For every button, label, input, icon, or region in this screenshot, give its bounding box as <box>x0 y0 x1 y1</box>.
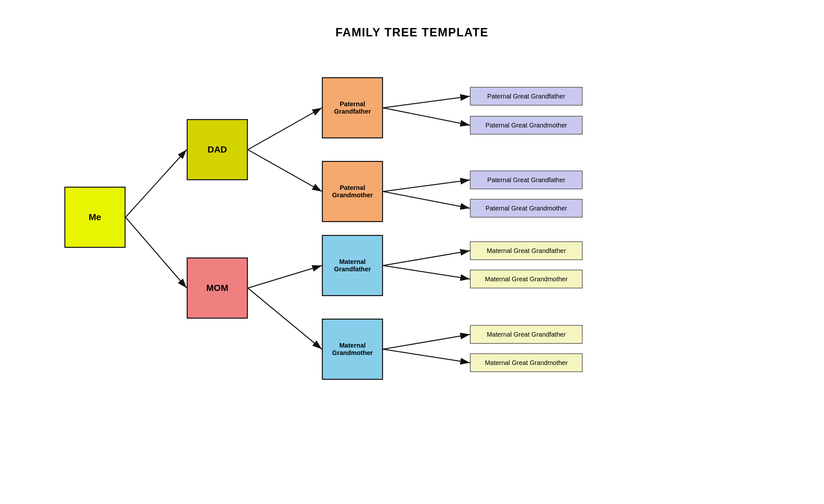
node-paternal-grandfather[interactable]: Paternal Grandfather <box>322 77 383 138</box>
svg-line-2 <box>125 217 187 288</box>
connector-layer <box>0 48 824 499</box>
svg-line-5 <box>248 266 322 288</box>
svg-line-3 <box>248 108 322 149</box>
svg-line-1 <box>125 149 187 217</box>
svg-line-4 <box>248 149 322 192</box>
svg-line-10 <box>383 192 470 208</box>
great-node-mgf-father[interactable]: Maternal Great Grandfather <box>470 241 583 260</box>
svg-line-13 <box>383 334 470 349</box>
svg-line-9 <box>383 180 470 192</box>
great-node-pgf-mother[interactable]: Paternal Great Grandmother <box>470 116 583 134</box>
svg-line-12 <box>383 266 470 279</box>
tree-container: Me DAD MOM Paternal Grandfather Paternal… <box>0 48 824 499</box>
node-dad[interactable]: DAD <box>187 119 248 180</box>
great-node-mgf-mother[interactable]: Maternal Great Grandmother <box>470 270 583 288</box>
svg-line-7 <box>383 96 470 108</box>
great-node-mgm-mother[interactable]: Maternal Great Grandmother <box>470 354 583 372</box>
page-title: FAMILY TREE TEMPLATE <box>0 0 824 39</box>
node-mom[interactable]: MOM <box>187 258 248 319</box>
great-node-pgm-father[interactable]: Paternal Great Grandfather <box>470 171 583 189</box>
great-node-pgf-father[interactable]: Paternal Great Grandfather <box>470 87 583 106</box>
node-me[interactable]: Me <box>64 187 125 248</box>
node-paternal-grandmother[interactable]: Paternal Grandmother <box>322 161 383 222</box>
great-node-mgm-father[interactable]: Maternal Great Grandfather <box>470 325 583 344</box>
svg-line-14 <box>383 349 470 363</box>
svg-line-11 <box>383 251 470 266</box>
node-maternal-grandfather[interactable]: Maternal Grandfather <box>322 235 383 296</box>
node-maternal-grandmother[interactable]: Maternal Grandmother <box>322 319 383 380</box>
svg-line-8 <box>383 108 470 125</box>
svg-line-6 <box>248 288 322 349</box>
great-node-pgm-mother[interactable]: Paternal Great Grandmother <box>470 199 583 218</box>
